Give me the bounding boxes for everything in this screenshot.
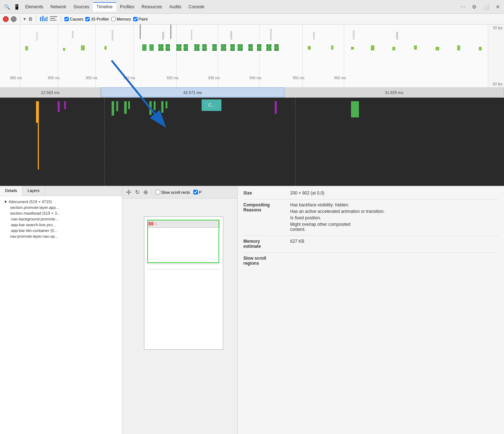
filter-icon[interactable]: ▾ (23, 16, 26, 22)
settings-icon[interactable]: ⚙ (470, 3, 478, 10)
tree-root[interactable]: ▼ #document (519 × 4715) (4, 199, 118, 205)
tree-item-2[interactable]: section.masthead (519 × 3... (4, 210, 118, 216)
frame-bar-r8 (457, 45, 460, 50)
nav-item-timeline[interactable]: Timeline (93, 2, 116, 12)
js-profiler-checkbox[interactable]: JS Profiler (85, 17, 109, 21)
nav-item-network[interactable]: Network (47, 2, 70, 12)
paint-checkbox[interactable]: Paint (133, 17, 148, 21)
event-yellow-stem (38, 123, 39, 170)
frame-bar-r6 (414, 45, 417, 50)
event-green-8 (166, 101, 167, 108)
segment-right[interactable]: 31.929 ms (284, 88, 504, 97)
memory-value: 627 KB (290, 239, 498, 244)
event-green-3 (124, 101, 127, 114)
nav-search-icon[interactable]: 🔍 (2, 3, 12, 10)
fps-labels: 30 fps 60 fps (488, 24, 504, 88)
p-checkbox[interactable]: P (193, 190, 201, 194)
slow-scroll-check[interactable] (156, 190, 160, 194)
reset-icon[interactable]: ⊕ (143, 189, 148, 196)
marker-v1 (140, 24, 141, 39)
svg-rect-0 (40, 17, 41, 21)
memory-checkbox[interactable]: Memory (111, 17, 131, 21)
frame-green-1 (142, 44, 147, 51)
nav-item-elements[interactable]: Elements (22, 2, 47, 12)
tree-item-6[interactable]: nav.promote-layer.nav-op... (4, 233, 118, 239)
middle-panel: ✛ ↻ ⊕ Slow scroll rects P (122, 186, 238, 434)
frame-green-7 (194, 44, 199, 51)
nav-item-resources[interactable]: Resources (138, 2, 166, 12)
reason-4b: content. (290, 227, 498, 232)
separator3 (61, 16, 61, 22)
tab-layers[interactable]: Layers (23, 186, 45, 196)
reason-4: Might overlap other composited (290, 222, 498, 227)
right-panel: Size 200 × 802 (at 0,0) Compositing Reas… (238, 186, 504, 434)
time-label-920: 920 ms (167, 76, 179, 80)
time-label-960: 960 ms (334, 76, 346, 80)
time-label-910: 910 ms (123, 76, 135, 80)
causes-check-input[interactable] (64, 17, 69, 21)
top-nav: 🔍 📱 Elements Network Sources Timeline Pr… (0, 0, 504, 14)
nav-item-sources[interactable]: Sources (70, 2, 93, 12)
close-icon[interactable]: ✕ (494, 3, 502, 10)
nav-item-profiles[interactable]: Profiles (116, 2, 138, 12)
svg-rect-5 (50, 18, 55, 19)
p-check-input[interactable] (193, 190, 198, 194)
nav-device-icon[interactable]: 📱 (12, 3, 22, 10)
causes-checkbox[interactable]: Causes (64, 17, 83, 21)
segment-left[interactable]: 22.563 ms (0, 88, 101, 97)
tree-item-3[interactable]: .nav-background.promote... (4, 216, 118, 222)
time-label-950: 950 ms (293, 76, 305, 80)
frame-bar-r9 (479, 47, 482, 50)
tab-details[interactable]: Details (0, 186, 23, 196)
memory-check-input[interactable] (111, 17, 116, 21)
dock-icon[interactable]: ⬜ (481, 3, 491, 10)
record-button[interactable] (3, 16, 9, 22)
js-profiler-check-input[interactable] (85, 17, 90, 21)
frame-green-3 (158, 44, 163, 51)
event-green-right (351, 101, 359, 117)
tree-item-4[interactable]: .app-bar-search-box.pro... (4, 222, 118, 228)
rotate-icon[interactable]: ↻ (135, 189, 140, 196)
nav-item-console[interactable]: Console (185, 2, 208, 12)
timeline-view-icon[interactable] (50, 15, 58, 22)
details-tab-row: Details Layers (0, 186, 122, 196)
event-purple-3 (275, 101, 277, 114)
slow-scroll-rects-label[interactable]: Slow scroll rects (156, 190, 190, 194)
pan-icon[interactable]: ✛ (126, 188, 131, 196)
event-green-1 (112, 101, 114, 116)
reason-1: Has backface-visibility: hidden. (290, 202, 498, 207)
fps-30-label: 30 fps (490, 26, 503, 30)
bar-chart-icon[interactable] (40, 15, 48, 22)
layers-canvas[interactable]: 1 (122, 198, 237, 434)
frame-green-10 (221, 44, 226, 51)
divider-2 (243, 236, 498, 236)
nav-item-audits[interactable]: Audits (166, 2, 185, 12)
paint-check-input[interactable] (133, 17, 138, 21)
slow-scroll-row: Slow scroll regions (243, 256, 498, 266)
selection-bar[interactable]: 22.563 ms 42.571 ms 31.929 ms (0, 88, 504, 98)
event-purple-2 (64, 101, 66, 109)
left-panel: Details Layers ▼ #document (519 × 4715) … (0, 186, 122, 434)
frame-green-2 (149, 44, 154, 51)
divider-1 (243, 199, 498, 200)
frame-green-4 (166, 44, 170, 51)
size-label: Size (243, 191, 290, 196)
frame-green-12 (238, 44, 243, 51)
stop-button[interactable] (11, 16, 17, 22)
timeline-ruler[interactable]: 30 fps 60 fps 880 ms 890 ms 900 ms 910 m… (0, 24, 504, 88)
time-label-940: 940 ms (249, 76, 261, 80)
svg-rect-2 (44, 18, 46, 21)
expand-icon[interactable]: ⋯ (459, 3, 467, 10)
slow-scroll-label: Slow scroll regions (243, 256, 290, 266)
layer-preview-box: 1 (144, 216, 223, 350)
frame-bar-r3 (351, 47, 354, 50)
segment-selected[interactable]: 42.571 ms (101, 88, 284, 97)
frame-green-15 (266, 44, 271, 51)
trash-icon[interactable]: 🗑 (28, 16, 33, 22)
tree-item-1[interactable]: section.promote-layer.app... (4, 205, 118, 210)
timeline-main[interactable]: C... (0, 98, 504, 186)
tree-item-5[interactable]: .app-bar-btn-container (5... (4, 228, 118, 233)
event-purple-1 (58, 101, 60, 112)
separator2 (36, 16, 36, 22)
time-label-930: 930 ms (208, 76, 220, 80)
